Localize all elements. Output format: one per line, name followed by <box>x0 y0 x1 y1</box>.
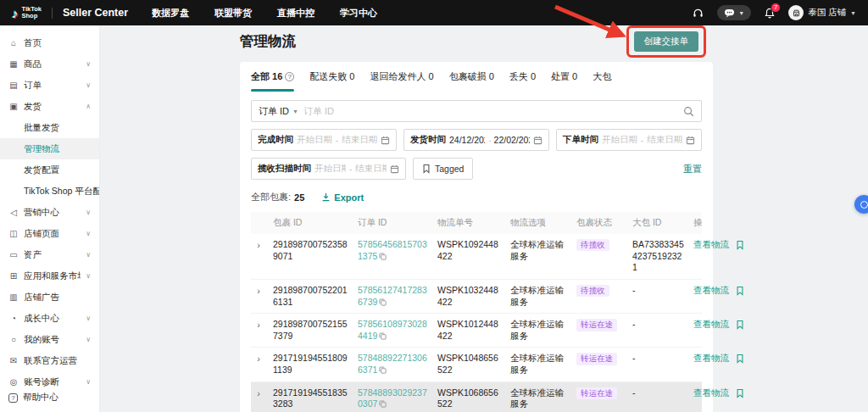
search-input[interactable] <box>303 106 678 116</box>
bookmark-icon[interactable] <box>736 240 744 250</box>
sidebar-item-shop-pages[interactable]: ◫店铺页面∨ <box>0 223 99 244</box>
notification-badge: 7 <box>771 3 781 13</box>
export-button[interactable]: Export <box>321 192 364 203</box>
sidebar-item-products[interactable]: ▦商品∨ <box>0 53 99 75</box>
date-filter-shipping-time[interactable]: 发货时间24/12/2023 17:-22/02/2024 17: <box>403 129 549 151</box>
search-type-select[interactable]: 订单 ID ▼ <box>259 105 298 118</box>
tiktok-shop-logo[interactable]: ♪ TikTok Shop <box>12 6 42 19</box>
floating-helper-widget[interactable] <box>854 195 868 214</box>
sidebar-item-my-account[interactable]: ○我的账号∨ <box>0 329 99 350</box>
expand-row-icon[interactable]: › <box>251 239 266 251</box>
chevron-up-icon: ∧ <box>86 103 91 110</box>
sidebar-item-assets[interactable]: ▭资产∨ <box>0 244 99 265</box>
messages-button[interactable]: ▼ <box>717 5 751 20</box>
big-package-id: BA7338334542375192321 <box>631 239 687 274</box>
total-packages-value: 25 <box>294 192 304 203</box>
date-filter-completion-time[interactable]: 完成时间开始日期-结束日期 <box>251 129 397 151</box>
expand-row-icon[interactable]: › <box>251 387 266 399</box>
headset-support-icon[interactable] <box>692 7 704 19</box>
sidebar-item-growth-center[interactable]: ◔成长中心∨ <box>0 308 99 329</box>
sidebar-item-help-center[interactable]: ? 帮助中心 <box>8 392 58 404</box>
tab-disposed[interactable]: 处置 0 <box>551 70 577 83</box>
table-row[interactable]: ›2917191945518353283578488930292370307WS… <box>251 382 702 412</box>
expand-row-icon[interactable]: › <box>251 353 266 365</box>
sidebar-item-marketing-center[interactable]: ◁营销中心∨ <box>0 202 99 223</box>
calendar-icon <box>533 136 542 145</box>
date-filter-pickup-scan-time[interactable]: 揽收扫描时间开始日期-结束日期 <box>251 158 406 180</box>
copy-icon[interactable] <box>379 400 387 408</box>
seller-center-link[interactable]: Seller Center <box>63 7 128 19</box>
sidebar-item-contact-official[interactable]: ✉联系官方运营 <box>0 350 99 371</box>
diagnosis-icon: ◎ <box>8 377 19 387</box>
sidebar-subitem[interactable]: TikTok Shop 平台配送 <box>0 181 99 202</box>
tagged-filter-button[interactable]: Tagged <box>413 158 473 180</box>
page-title: 管理物流 <box>240 32 296 51</box>
view-logistics-link[interactable]: 查看物流 <box>693 387 729 399</box>
sidebar-subitem[interactable]: 发货配置 <box>0 159 99 181</box>
topbar-nav-item[interactable]: 学习中心 <box>340 7 377 19</box>
expand-row-icon[interactable]: › <box>251 285 266 297</box>
home-icon: ⌂ <box>8 38 19 47</box>
megaphone-icon: ◁ <box>8 208 19 217</box>
chevron-down-icon: ∨ <box>86 230 91 237</box>
table-row[interactable]: ›2918987007522016131578561274172836739WS… <box>251 280 702 314</box>
sidebar-item-shipping[interactable]: ▣发货∧ <box>0 96 99 117</box>
tab-all[interactable]: 全部 16? <box>251 70 294 83</box>
tab-big-package[interactable]: 大包 <box>593 70 611 83</box>
account-menu[interactable]: 泰国 店铺 ▼ <box>788 5 856 20</box>
shipping-option: 全球标准运输服务 <box>509 285 570 308</box>
sidebar-item-orders[interactable]: ▤订单∨ <box>0 75 99 96</box>
tab-lost[interactable]: 丢失 0 <box>509 70 536 83</box>
reset-filters-button[interactable]: 重置 <box>683 163 702 175</box>
tab-package-damaged[interactable]: 包裹破损 0 <box>449 70 494 83</box>
logo-text-line2: Shop <box>22 13 42 19</box>
create-handover-button[interactable]: 创建交接单 <box>634 31 699 52</box>
order-id-link[interactable]: 578488930292370307 <box>358 387 427 409</box>
copy-icon[interactable] <box>379 298 387 306</box>
tab-delivery-failed[interactable]: 配送失败 0 <box>309 70 354 83</box>
bookmark-icon[interactable] <box>736 388 744 398</box>
sidebar-item-app-service-market[interactable]: ⊞应用和服务市场∨ <box>0 265 99 287</box>
table-row[interactable]: ›2918987007523589071578564568157031375WS… <box>251 234 702 280</box>
notifications-button[interactable]: 7 <box>764 7 776 19</box>
topbar-nav-item[interactable]: 联盟带货 <box>214 7 252 19</box>
sidebar-subitem[interactable]: 批量发货 <box>0 117 99 138</box>
view-logistics-link[interactable]: 查看物流 <box>693 319 729 331</box>
column-header: 包裹状态 <box>575 217 626 229</box>
order-search-bar[interactable]: 订单 ID ▼ <box>251 100 702 122</box>
table-header-row: 包裹 ID订单 ID物流单号物流选项包裹状态大包 ID操作 <box>251 212 702 234</box>
bookmark-icon[interactable] <box>736 286 744 296</box>
table-row[interactable]: ›2917191945518091139578488922713066371WS… <box>251 348 702 381</box>
sidebar-item-account-diagnosis[interactable]: ◎账号诊断∨ <box>0 371 99 393</box>
order-id-link[interactable]: 578564568157031375 <box>358 239 427 261</box>
expand-row-icon[interactable]: › <box>251 319 266 331</box>
order-id-link[interactable]: 578561274172836739 <box>358 285 427 307</box>
order-id-link[interactable]: 578488922713066371 <box>358 353 427 375</box>
copy-icon[interactable] <box>379 366 387 374</box>
shipping-option: 全球标准运输服务 <box>509 387 570 410</box>
info-icon: ? <box>285 72 294 81</box>
search-icon[interactable] <box>683 106 694 117</box>
bookmark-icon[interactable] <box>736 320 744 330</box>
view-logistics-link[interactable]: 查看物流 <box>693 353 729 365</box>
copy-icon[interactable] <box>379 253 387 260</box>
copy-icon[interactable] <box>379 332 387 340</box>
bookmark-icon[interactable] <box>736 354 744 364</box>
sidebar-item-shop-ads[interactable]: ▥店铺广告 <box>0 287 99 308</box>
topbar-nav-item[interactable]: 直播中控 <box>277 7 314 19</box>
date-filter-order-time[interactable]: 下单时间开始日期-结束日期 <box>556 129 702 151</box>
sidebar-subitem[interactable]: 管理物流 <box>0 138 99 159</box>
chevron-down-icon: ∨ <box>86 378 91 386</box>
view-logistics-link[interactable]: 查看物流 <box>693 239 729 251</box>
table-row[interactable]: ›2918987007521557379578561089730284419WS… <box>251 314 702 348</box>
sidebar-item-home[interactable]: ⌂首页 <box>0 32 99 53</box>
view-logistics-link[interactable]: 查看物流 <box>693 285 729 297</box>
order-id-link[interactable]: 578561089730284419 <box>358 319 427 341</box>
avatar <box>788 5 804 20</box>
logistics-card: 全部 16?配送失败 0退回给发件人 0包裹破损 0丢失 0处置 0大包 订单 … <box>240 62 713 412</box>
tab-returned-to-sender[interactable]: 退回给发件人 0 <box>370 70 433 83</box>
user-icon: ○ <box>8 335 19 344</box>
topbar-nav-item[interactable]: 数据罗盘 <box>152 7 189 19</box>
status-badge: 转运在途 <box>576 319 617 331</box>
date-filters-row-1: 完成时间开始日期-结束日期发货时间24/12/2023 17:-22/02/20… <box>251 129 702 151</box>
